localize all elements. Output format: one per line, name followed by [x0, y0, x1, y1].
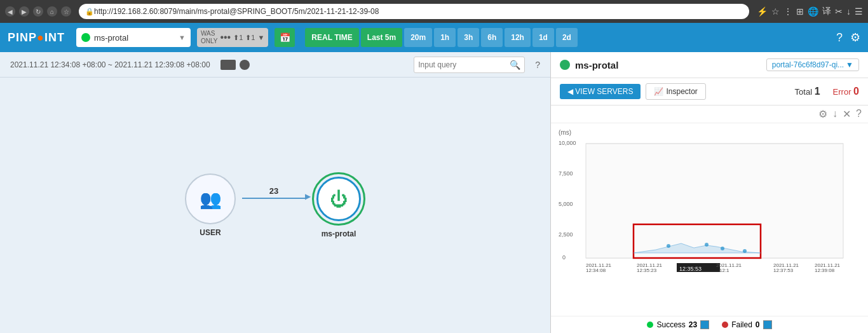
chart-toolbar: ⚙ ↓ ✕ ?: [551, 105, 868, 123]
chart-help-icon[interactable]: ?: [856, 108, 862, 120]
chart-download-icon[interactable]: ↓: [832, 108, 837, 120]
dropdown-chevron: ▼: [846, 60, 853, 69]
success-checkbox[interactable]: [700, 320, 709, 329]
2d-button[interactable]: 2d: [556, 28, 578, 47]
globe-icon[interactable]: 🌐: [808, 6, 818, 17]
realtime-button[interactable]: REAL TIME: [305, 28, 358, 47]
windows-icon[interactable]: ⊞: [796, 6, 804, 17]
last5m-button[interactable]: Last 5m: [361, 28, 402, 47]
url-bar[interactable]: 🔒 http://192.168.2.60:8079/main/ms-prota…: [79, 4, 749, 19]
back-button[interactable]: ◀: [5, 6, 15, 17]
success-label: Success: [656, 320, 685, 329]
app-logo: PINP●INT: [8, 31, 65, 44]
period-controls: REAL TIME Last 5m 20m 1h 3h 6h 12h 1d 2d: [305, 28, 578, 47]
server-name: ms-protal: [575, 60, 618, 71]
response-time-chart: (ms) 10,000 7,500 5,000 2,500 0: [557, 126, 850, 272]
menu-icon[interactable]: ⋮: [783, 6, 792, 17]
header-right: ? ⚙: [836, 31, 860, 44]
1h-button[interactable]: 1h: [434, 28, 456, 47]
was-only-toggle[interactable]: WASONLY ••• ⬆1 ⬆1 ▼: [197, 28, 268, 47]
connection-count: 23: [269, 186, 278, 196]
svg-rect-11: [586, 144, 843, 258]
error-count-display: Error 0: [833, 86, 859, 97]
app-selector[interactable]: ms-protal ▼: [76, 28, 191, 47]
selector-chevron: ▼: [179, 34, 186, 41]
extension-icon[interactable]: ⚡: [757, 6, 768, 17]
6h-button[interactable]: 6h: [481, 28, 503, 47]
chart-container: (ms) 10,000 7,500 5,000 2,500 0: [557, 126, 857, 272]
inspector-chart-icon: 📈: [654, 87, 663, 96]
chart-settings-icon[interactable]: ⚙: [818, 108, 827, 120]
svg-text:12:1: 12:1: [719, 268, 729, 272]
topology-toolbar: 2021.11.21 12:34:08 +08:00 ~ 2021.11.21 …: [0, 52, 550, 78]
search-icon[interactable]: 🔍: [510, 60, 520, 70]
server-panel: ms-protal portal-76c6f8d97-qi... ▼ ◀ VIE…: [550, 52, 868, 333]
settings-menu-icon[interactable]: ☰: [855, 6, 863, 17]
user-icon: 👥: [200, 189, 222, 210]
failed-checkbox[interactable]: [763, 320, 772, 329]
period-in: ⬆1: [233, 34, 243, 42]
browser-toolbar-icons: ⚡ ☆ ⋮ ⊞ 🌐 译 ✂ ↓ ☰: [757, 6, 863, 17]
inspector-button[interactable]: 📈 Inspector: [646, 83, 705, 100]
user-node-circle[interactable]: 👥: [185, 173, 236, 224]
view-servers-button[interactable]: ◀ VIEW SERVERS: [560, 84, 641, 99]
total-count-display: Total 1: [795, 86, 820, 97]
svg-text:5,000: 5,000: [559, 201, 573, 207]
search-bar: 🔍: [414, 57, 525, 73]
refresh-button[interactable]: ↻: [33, 6, 43, 17]
1d-button[interactable]: 1d: [532, 28, 554, 47]
chart-legend: Success 23 Failed 0: [551, 316, 868, 333]
3h-button[interactable]: 3h: [458, 28, 479, 47]
record-icon[interactable]: [240, 60, 250, 70]
server-status-dot: [560, 60, 570, 70]
server-dropdown[interactable]: portal-76c6f8d97-qi... ▼: [766, 58, 859, 71]
topology-help-icon[interactable]: ?: [535, 60, 540, 70]
search-input[interactable]: [418, 60, 507, 69]
svg-text:12:35:53: 12:35:53: [679, 266, 702, 272]
error-value: 0: [853, 86, 859, 97]
service-node-wrapper: ⏻: [312, 172, 365, 226]
star-icon[interactable]: ☆: [771, 6, 780, 17]
svg-point-16: [721, 247, 724, 250]
success-count: 23: [689, 320, 697, 329]
calendar-icon[interactable]: 📅: [275, 28, 295, 47]
app-selector-label: ms-protal: [94, 33, 128, 43]
failed-label: Failed: [731, 320, 752, 329]
service-node[interactable]: ⏻ ms-protal: [312, 172, 365, 238]
download-icon[interactable]: ↓: [846, 6, 851, 17]
topology-flow: 👥 USER 23 ⏻: [185, 172, 365, 238]
svg-text:12:37:53: 12:37:53: [773, 268, 794, 272]
period-out: ⬆1: [245, 34, 255, 42]
main-content: 2021.11.21 12:34:08 +08:00 ~ 2021.11.21 …: [0, 52, 868, 333]
home-button[interactable]: ⌂: [47, 6, 57, 17]
time-range-label: 2021.11.21 12:34:08 +08:00 ~ 2021.11.21 …: [10, 60, 210, 69]
svg-text:2,500: 2,500: [559, 231, 573, 238]
server-dropdown-text: portal-76c6f8d97-qi...: [772, 60, 844, 69]
cut-icon[interactable]: ✂: [835, 6, 843, 17]
server-panel-header: ms-protal portal-76c6f8d97-qi... ▼: [551, 52, 868, 78]
translate-icon[interactable]: 译: [822, 6, 831, 17]
user-label: USER: [200, 228, 220, 237]
svg-text:10,000: 10,000: [559, 140, 576, 146]
svg-text:(ms): (ms): [559, 129, 571, 136]
server-actions: ◀ VIEW SERVERS 📈 Inspector Total 1 Error…: [551, 78, 868, 105]
topology-panel: 2021.11.21 12:34:08 +08:00 ~ 2021.11.21 …: [0, 52, 550, 333]
chart-close-icon[interactable]: ✕: [843, 108, 851, 120]
inspector-label: Inspector: [666, 87, 697, 96]
svg-point-17: [743, 249, 747, 253]
error-label: Error: [833, 87, 851, 97]
20m-button[interactable]: 20m: [404, 28, 432, 47]
header-help-icon[interactable]: ?: [836, 31, 843, 44]
svg-text:12:39:08: 12:39:08: [815, 268, 835, 272]
header-settings-icon[interactable]: ⚙: [850, 31, 860, 44]
video-icon[interactable]: [220, 60, 236, 70]
forward-button[interactable]: ▶: [19, 6, 29, 17]
total-value: 1: [815, 86, 820, 97]
dots-icon: •••: [220, 32, 231, 43]
success-legend: Success 23: [647, 320, 709, 329]
failed-legend: Failed 0: [722, 320, 771, 329]
was-only-label: WASONLY: [201, 30, 218, 45]
12h-button[interactable]: 12h: [505, 28, 531, 47]
svg-text:0: 0: [562, 254, 566, 261]
bookmark-button[interactable]: ☆: [61, 6, 71, 17]
